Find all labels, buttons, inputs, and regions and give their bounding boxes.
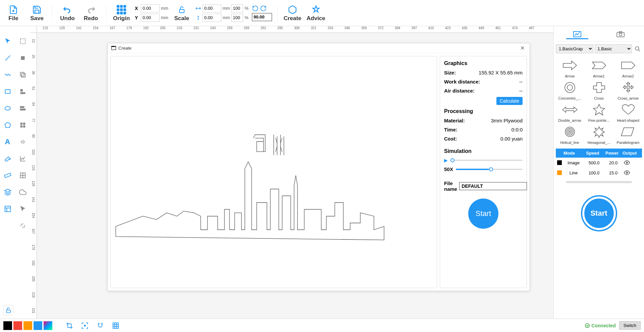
width-input[interactable] [203,4,221,12]
ellipse-tool[interactable] [3,103,13,113]
shape-arrow[interactable]: Arrow [556,57,584,78]
material-value: 3mm Plywood [491,118,523,123]
play-button[interactable]: ▶ [444,158,448,163]
advice-button[interactable]: Advice [306,4,326,22]
shape-hexagonal_...[interactable]: Hexagonal_... [585,124,613,145]
shape-helical_line[interactable]: Helical_line [556,124,584,145]
shape-five-pointe...[interactable]: Five-pointe... [585,102,613,122]
rotate-ccw-icon[interactable] [252,5,259,12]
calculate-button[interactable]: Calculate [496,97,523,105]
origin-button[interactable]: Origin [111,4,131,22]
top-toolbar: File Save Undo Redo Origin X mm Y mm Sca… [0,0,644,26]
shape-tool[interactable] [18,53,28,63]
color-swatch[interactable] [13,321,22,330]
shape-sub-select[interactable]: 1.Basic [595,44,632,53]
table-tool[interactable] [18,170,28,180]
svg-rect-24 [4,173,11,177]
shape-cross[interactable]: Cross [585,79,613,100]
width-pct-input[interactable] [231,4,243,12]
grid-tool[interactable] [18,120,28,130]
simulation-slider[interactable] [450,160,523,161]
rotate-group [252,5,272,21]
chart-tool[interactable] [18,154,28,164]
svg-point-13 [5,107,10,110]
shape-double_arrow[interactable]: Double_arrow [556,102,584,122]
rotate-cw-icon[interactable] [260,5,267,12]
size-value: 155.92 X 55.65 mm [479,70,523,75]
tab-camera[interactable] [609,30,632,39]
cursor-tool[interactable] [18,204,28,214]
right-start-button[interactable]: Start [582,197,616,230]
sparkle-tool[interactable] [18,221,28,231]
color-swatch[interactable] [34,321,42,330]
canvas-area[interactable]: 1151281411541671791922052182312432562692… [30,26,553,319]
shape-category-select[interactable]: 1.BasicGrap [556,44,593,53]
shape-arrow1[interactable]: Arrow1 [585,57,613,78]
height-pct-input[interactable] [231,14,243,22]
right-divider [566,181,632,183]
color-swatch[interactable] [44,321,52,330]
x-input[interactable] [141,4,160,12]
focus-tool[interactable] [80,321,89,330]
switch-button[interactable]: Switch [619,321,641,330]
grid-toggle[interactable] [111,321,120,330]
cloud-tool[interactable] [18,187,28,197]
cost-value: 0.00 yuan [500,136,523,142]
polygon-tool[interactable] [3,120,13,130]
svg-marker-28 [4,189,10,192]
scale-button[interactable]: Scale [172,4,192,22]
dialog-close-button[interactable]: ✕ [519,45,526,51]
svg-point-43 [635,47,639,50]
shape-arrow2[interactable]: Arrow2 [614,57,642,78]
text-tool[interactable]: A [3,137,13,147]
svg-rect-20 [20,125,22,127]
search-button[interactable] [633,44,642,53]
redo-button[interactable]: Redo [81,4,101,22]
align-tool[interactable] [18,87,28,97]
shape-cross_arrow[interactable]: Cross_arrow [614,79,642,100]
magnet-tool[interactable] [96,321,105,330]
save-button[interactable]: Save [27,4,47,22]
file-button[interactable]: File [3,4,23,22]
width-icon [195,6,201,11]
right-tabs [556,28,642,42]
height-input[interactable] [203,14,221,22]
shape-heart-shaped[interactable]: Heart-shaped [614,102,642,122]
filename-input[interactable] [459,182,527,190]
tab-shapes[interactable] [566,30,588,39]
svg-rect-7 [21,56,24,60]
rect-tool[interactable] [3,87,13,97]
svg-point-48 [626,172,628,174]
lock-tool[interactable] [3,305,13,315]
layers-tool[interactable] [3,187,13,197]
crop-tool[interactable] [65,321,74,330]
align-left-tool[interactable] [18,103,28,113]
svg-rect-8 [21,73,25,77]
ruler-tool[interactable] [3,170,13,180]
undo-button[interactable]: Undo [57,4,77,22]
layout-tool[interactable] [3,204,13,214]
curve-tool[interactable] [3,70,13,80]
shape-concentric_...[interactable]: Concentric_... [556,79,584,100]
create-button[interactable]: Create [282,4,303,22]
time-label: Time: [444,127,458,132]
time-value: 0:0:0 [512,127,523,132]
color-swatch[interactable] [3,321,12,330]
copy-tool[interactable] [18,70,28,80]
shape-parallelogram[interactable]: Parallelogram [614,124,642,145]
rotate-input[interactable] [252,13,272,21]
y-input[interactable] [141,14,160,22]
eraser-tool[interactable] [3,154,13,164]
color-swatch[interactable] [23,321,32,330]
layer-row[interactable]: Line100.015.0 [556,168,642,178]
speed-slider[interactable] [456,169,523,170]
dialog-header[interactable]: 🗔 Create ✕ [108,43,530,53]
select-tool[interactable] [3,36,13,46]
dialog-start-button[interactable]: Start [468,199,498,229]
layer-header: Mode Speed Power Output [556,149,642,158]
marquee-tool[interactable] [18,36,28,46]
y-label: Y [135,15,140,20]
layer-row[interactable]: Image500.020.0 [556,158,642,168]
mirror-tool[interactable] [18,137,28,147]
line-tool[interactable] [3,53,13,63]
